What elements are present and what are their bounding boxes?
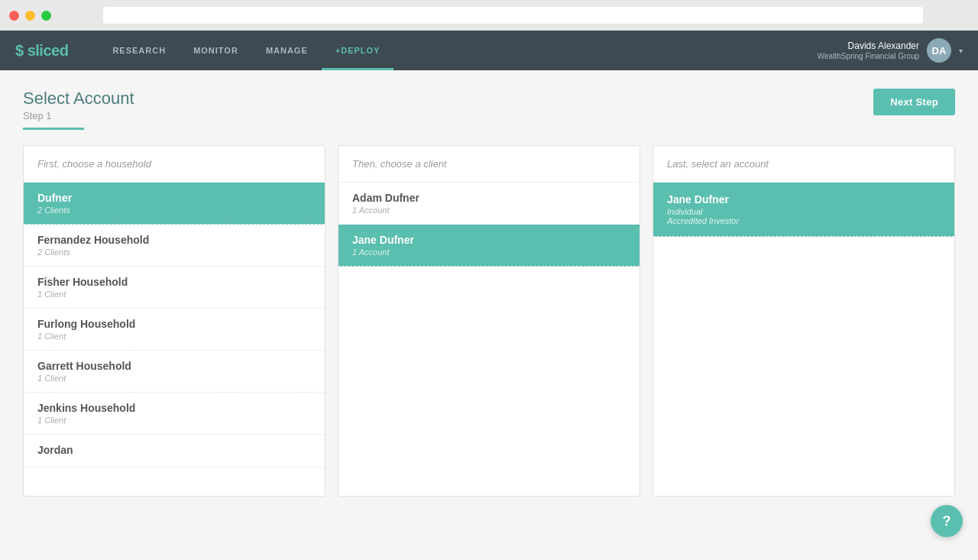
nav-item-deploy[interactable]: DEPLOY	[322, 31, 394, 70]
user-org: WealthSpring Financial Group	[818, 52, 919, 60]
navbar: $︎ sliced RESEARCH MONITOR MANAGE DEPLOY…	[0, 31, 978, 70]
nav-logo: $︎ sliced	[15, 42, 68, 60]
client-sub: 1 Account	[352, 248, 626, 257]
nav-right: Davids Alexander WealthSpring Financial …	[818, 38, 963, 63]
household-list: Dufner 2 Clients Fernandez Household 2 C…	[24, 183, 325, 496]
account-item[interactable]: Jane Dufner Individual Accredited Invest…	[653, 183, 954, 237]
page-title: Select Account	[23, 89, 134, 108]
household-name: Fisher Household	[37, 276, 311, 288]
traffic-light-red[interactable]	[9, 11, 19, 21]
client-column-header: Then, choose a client	[338, 146, 640, 183]
list-item[interactable]: Furlong Household 1 Client	[24, 309, 325, 351]
nav-item-monitor[interactable]: MONITOR	[180, 31, 252, 70]
list-item[interactable]: Jane Dufner 1 Account	[338, 225, 640, 267]
nav-item-manage[interactable]: MANAGE	[252, 31, 322, 70]
help-button[interactable]: ?	[931, 505, 963, 537]
client-sub: 1 Account	[352, 206, 626, 215]
list-item[interactable]: Jenkins Household 1 Client	[24, 393, 325, 435]
user-name: Davids Alexander	[818, 40, 919, 53]
household-name: Garrett Household	[37, 360, 311, 372]
client-list: Adam Dufner 1 Account Jane Dufner 1 Acco…	[338, 183, 640, 496]
title-bar	[0, 0, 978, 31]
list-item[interactable]: Jordan	[24, 435, 325, 468]
list-item[interactable]: Fernandez Household 2 Clients	[24, 225, 325, 267]
household-name: Furlong Household	[37, 318, 311, 330]
avatar[interactable]: DA	[927, 38, 951, 63]
household-sub: 1 Client	[37, 374, 311, 383]
next-step-button[interactable]: Next Step	[873, 89, 955, 115]
page: Select Account Step 1 Next Step First, c…	[0, 70, 978, 560]
household-sub: 2 Clients	[37, 206, 311, 215]
household-column-header: First, choose a household	[24, 146, 325, 183]
nav-item-research[interactable]: RESEARCH	[99, 31, 180, 70]
household-sub: 2 Clients	[37, 248, 311, 257]
household-name: Jenkins Household	[37, 402, 311, 414]
nav-links: RESEARCH MONITOR MANAGE DEPLOY	[99, 31, 817, 70]
household-column: First, choose a household Dufner 2 Clien…	[23, 145, 325, 497]
page-header: Select Account Step 1 Next Step	[23, 89, 955, 130]
step-indicator	[23, 128, 84, 130]
account-list: Jane Dufner Individual Accredited Invest…	[653, 183, 954, 496]
traffic-light-yellow[interactable]	[25, 11, 35, 21]
list-item[interactable]: Fisher Household 1 Client	[24, 267, 325, 309]
client-column: Then, choose a client Adam Dufner 1 Acco…	[338, 145, 640, 497]
list-item[interactable]: Garrett Household 1 Client	[24, 351, 325, 393]
account-column-header: Last, select an account	[653, 146, 954, 183]
list-item[interactable]: Dufner 2 Clients	[24, 183, 325, 225]
chevron-down-icon[interactable]: ▾	[959, 47, 963, 55]
client-name: Jane Dufner	[352, 234, 626, 246]
page-title-group: Select Account Step 1	[23, 89, 134, 130]
household-name: Fernandez Household	[37, 234, 311, 246]
household-name: Jordan	[37, 444, 311, 456]
client-name: Adam Dufner	[352, 192, 626, 204]
url-bar[interactable]	[103, 7, 923, 24]
account-name: Jane Dufner	[667, 193, 941, 206]
list-item[interactable]: Adam Dufner 1 Account	[338, 183, 640, 225]
step-label: Step 1	[23, 110, 134, 121]
household-sub: 1 Client	[37, 332, 311, 341]
account-column: Last, select an account Jane Dufner Indi…	[653, 145, 955, 497]
user-info: Davids Alexander WealthSpring Financial …	[818, 40, 919, 61]
account-tag: Accredited Investor	[667, 216, 941, 225]
household-sub: 1 Client	[37, 290, 311, 299]
account-type: Individual	[667, 207, 941, 216]
traffic-light-green[interactable]	[41, 11, 51, 21]
household-name: Dufner	[37, 192, 311, 204]
columns: First, choose a household Dufner 2 Clien…	[23, 145, 955, 497]
household-sub: 1 Client	[37, 416, 311, 425]
